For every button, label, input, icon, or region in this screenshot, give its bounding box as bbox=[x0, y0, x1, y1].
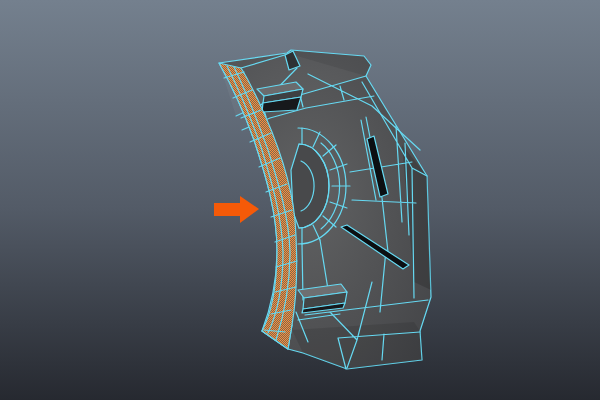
viewport-canvas[interactable] bbox=[0, 0, 600, 400]
viewport[interactable] bbox=[0, 0, 600, 400]
